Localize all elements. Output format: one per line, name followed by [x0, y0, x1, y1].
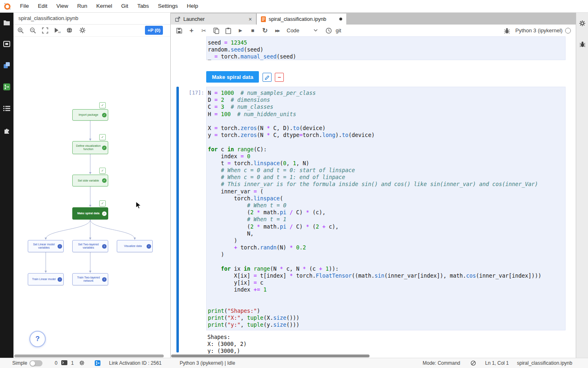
extensions-puzzle-icon[interactable] [3, 126, 11, 134]
kernel-status-icon[interactable] [565, 28, 571, 34]
kernel-sessions-gear-icon[interactable] [79, 360, 85, 366]
add-cell-icon[interactable]: + [187, 27, 196, 34]
pipeline-node-set-linear-model[interactable]: Set Linear model variables i [28, 240, 64, 252]
launcher-icon [175, 16, 180, 22]
pipeline-panel: spiral_classification.ipynb All +P (0) [13, 12, 171, 358]
menu-bar: File Edit View Run Kernel Git Tabs Setti… [0, 0, 588, 13]
info-icon: i [58, 244, 62, 249]
terminal-icon[interactable] [61, 360, 67, 365]
unsaved-changes-dot[interactable] [339, 18, 342, 20]
jupyter-logo-icon [3, 2, 11, 10]
check-icon: ✓ [102, 178, 107, 183]
chevron-down-icon[interactable] [311, 27, 320, 34]
info-icon: i [102, 244, 107, 249]
main-dock-area: Launcher × spiral_classification.ipynb +… [171, 12, 576, 358]
active-cell-indicator-bar[interactable] [176, 87, 179, 352]
interrupt-kernel-icon[interactable]: ■ [248, 27, 257, 34]
tab-launcher[interactable]: Launcher × [171, 13, 256, 25]
help-button[interactable]: ? [29, 331, 46, 347]
paste-cells-icon[interactable] [224, 27, 233, 34]
pipeline-node-visualize-data[interactable]: Visualize data i [117, 240, 153, 252]
check-icon: ✓ [102, 211, 107, 216]
menu-run[interactable]: Run [73, 0, 92, 12]
extension-panel-icon[interactable] [3, 61, 11, 69]
pipeline-node-make-spiral-data[interactable]: Make spiral data ✓ [72, 207, 108, 220]
simple-mode-label: Simple [12, 358, 27, 368]
toggle-knob [30, 361, 35, 366]
node-done-badge: ✓ [99, 168, 106, 174]
table-of-contents-icon[interactable] [3, 105, 11, 112]
history-icon[interactable] [324, 27, 333, 34]
menu-help[interactable]: Help [182, 0, 203, 12]
left-activity-bar [0, 12, 13, 358]
cell-type-dropdown[interactable]: Code [287, 25, 299, 36]
code-cell-input[interactable]: seed = 12345random.seed(seed)_ = torch.m… [206, 36, 566, 60]
menu-kernel[interactable]: Kernel [92, 0, 117, 12]
notebook-toolbar: + ✂ ▶ ■ ↻ ▶▶ Code git Python 3 (ipyke [171, 25, 576, 37]
tab-bar: Launcher × spiral_classification.ipynb [171, 12, 576, 25]
pipeline-horizontal-scrollbar[interactable] [14, 355, 164, 357]
cursor-position[interactable]: Ln 1, Col 1 [485, 358, 509, 368]
cell-output: Shapes:X: (3000, 2)y: (3000,) [207, 334, 247, 354]
save-icon[interactable] [175, 27, 184, 34]
status-bar: Simple 0 1 Link Activation ID : 2561 Pyt… [0, 358, 588, 368]
pipeline-node-import-package[interactable]: Import package ✓ [72, 109, 108, 121]
menu-settings[interactable]: Settings [154, 0, 183, 12]
menu-git[interactable]: Git [117, 0, 133, 12]
right-activity-bar [576, 12, 588, 358]
menu-view[interactable]: View [52, 0, 73, 12]
code-editor[interactable]: seed = 12345random.seed(seed)_ = torch.m… [207, 37, 565, 63]
kernel-count: 1 [71, 358, 74, 368]
git-status-icon[interactable] [95, 360, 100, 366]
info-icon: i [58, 277, 62, 282]
node-done-badge: ✓ [99, 134, 106, 140]
git-panel-icon[interactable] [3, 83, 11, 91]
running-terminals-icon[interactable] [3, 40, 11, 48]
notifications-off-icon[interactable] [470, 360, 476, 366]
menu-edit[interactable]: Edit [33, 0, 52, 12]
property-inspector-gear-icon[interactable] [579, 20, 586, 27]
cell-execution-prompt: [17]: [176, 90, 204, 96]
menu-file[interactable]: File [16, 0, 33, 12]
run-cell-icon[interactable]: ▶ [236, 27, 245, 34]
code-cell-input[interactable]: N = 1000 # num_samples_per_classD = 2 # … [206, 87, 566, 330]
run-all-cells-icon[interactable]: ▶▶ [273, 27, 282, 34]
notebook-scroll-area[interactable]: seed = 12345random.seed(seed)_ = torch.m… [171, 36, 576, 354]
make-spiral-data-widget-button[interactable]: Make spiral data [206, 71, 259, 83]
tab-notebook[interactable]: spiral_classification.ipynb [257, 13, 346, 25]
terminal-count: 0 [55, 358, 58, 368]
close-icon[interactable]: × [249, 16, 252, 22]
file-browser-icon[interactable] [3, 19, 11, 27]
tab-label: spiral_classification.ipynb [269, 16, 326, 22]
restart-kernel-icon[interactable]: ↻ [261, 27, 270, 34]
simple-mode-toggle[interactable] [29, 360, 42, 366]
copy-cells-icon[interactable] [212, 27, 220, 34]
debugger-bug-icon[interactable] [502, 27, 511, 34]
jupyterlab-window: File Edit View Run Kernel Git Tabs Setti… [0, 0, 588, 368]
link-activation-id: Link Activation ID : 2561 [109, 358, 162, 368]
cut-cells-icon[interactable]: ✂ [199, 27, 208, 34]
node-done-badge: ✓ [99, 200, 106, 206]
pipeline-node-set-side-variable[interactable]: Set side variable ✓ [72, 175, 108, 186]
pipeline-node-set-two-layered[interactable]: Set Two-layered variables i [72, 240, 108, 252]
remove-widget-icon[interactable]: − [275, 73, 284, 82]
pipeline-node-train-linear-model[interactable]: Train Linear model i [28, 273, 64, 285]
command-mode-indicator[interactable]: Mode: Command [423, 358, 460, 368]
check-icon: ✓ [102, 146, 107, 150]
notebook-horizontal-scrollbar[interactable] [171, 355, 370, 357]
kernel-name-button[interactable]: Python 3 (ipykernel) [515, 25, 563, 36]
info-icon: i [102, 277, 107, 282]
kernel-status-text[interactable]: Python 3 (ipykernel) | Idle [180, 358, 235, 368]
notebook-icon [261, 16, 266, 22]
git-toolbar-button[interactable]: git [336, 25, 341, 36]
pipeline-node-train-two-layered[interactable]: Train Two-layered network i [72, 273, 108, 285]
code-editor[interactable]: N = 1000 # num_samples_per_classD = 2 # … [207, 87, 565, 331]
tab-label: Launcher [183, 16, 205, 22]
node-done-badge: ✓ [99, 102, 106, 108]
check-icon: ✓ [102, 113, 107, 117]
info-icon: i [147, 244, 151, 249]
menu-tabs[interactable]: Tabs [133, 0, 154, 12]
debugger-sidebar-bug-icon[interactable] [579, 40, 586, 48]
edit-widget-icon[interactable] [263, 73, 272, 82]
pipeline-node-define-visualization[interactable]: Define visualization function ✓ [72, 141, 108, 154]
